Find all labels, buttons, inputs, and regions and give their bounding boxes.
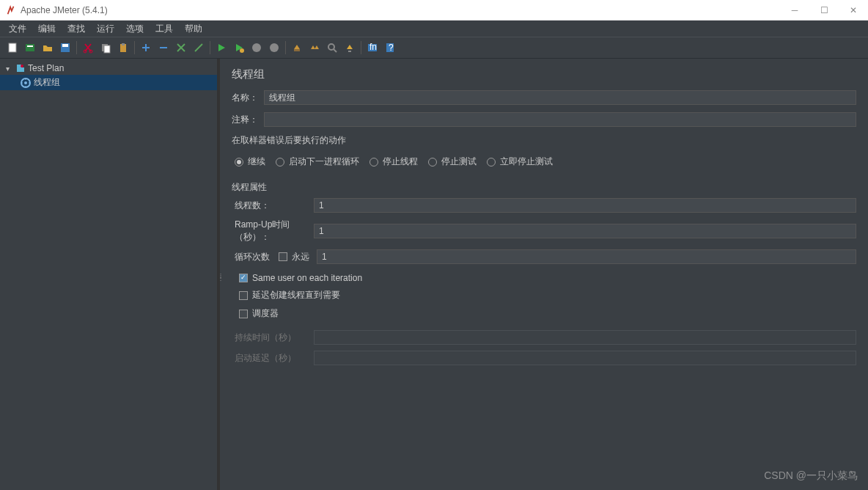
copy-icon[interactable]: [98, 40, 114, 56]
config-panel: 线程组 名称： 注释： 在取样器错误后要执行的动作 继续 启动下一进程循环 停止…: [220, 59, 868, 490]
tree-threadgroup[interactable]: 线程组: [0, 75, 217, 90]
help-icon[interactable]: ?: [382, 40, 398, 56]
clear-all-icon[interactable]: [306, 40, 323, 56]
error-stopthread[interactable]: 停止线程: [369, 156, 418, 168]
rampup-label: Ramp-Up时间（秒）：: [235, 219, 314, 244]
tree-root[interactable]: ▾ Test Plan: [0, 62, 217, 75]
svg-rect-4: [62, 44, 68, 47]
error-nextloop[interactable]: 启动下一进程循环: [276, 156, 359, 168]
clear-icon[interactable]: [289, 40, 305, 56]
svg-point-13: [270, 43, 279, 52]
comment-label: 注释：: [232, 114, 264, 126]
jmeter-icon: [6, 5, 16, 15]
tree-toggle-icon[interactable]: ▾: [6, 65, 15, 73]
delay-create-checkbox[interactable]: 延迟创建线程直到需要: [239, 289, 849, 301]
toolbar: fn ?: [0, 37, 868, 59]
svg-rect-2: [27, 45, 33, 47]
run-notimer-icon[interactable]: [231, 40, 247, 56]
svg-rect-8: [104, 45, 110, 53]
minus-icon[interactable]: [155, 40, 172, 56]
collapse-icon[interactable]: [191, 40, 207, 56]
menu-options[interactable]: 选项: [122, 21, 148, 37]
svg-point-15: [328, 44, 334, 50]
name-input[interactable]: [264, 90, 856, 105]
forever-checkbox[interactable]: 永远: [279, 251, 309, 263]
svg-point-11: [240, 48, 244, 53]
menu-edit[interactable]: 编辑: [34, 21, 60, 37]
threads-input[interactable]: [314, 198, 856, 213]
svg-text:fn: fn: [369, 42, 377, 52]
same-user-checkbox[interactable]: Same user on each iteration: [239, 273, 849, 283]
duration-input: [314, 330, 856, 345]
watermark: CSDN @一只小菜鸟: [764, 469, 858, 483]
error-stoptest[interactable]: 停止测试: [428, 156, 477, 168]
loop-label: 循环次数: [235, 251, 279, 263]
function-helper-icon[interactable]: fn: [364, 40, 380, 56]
svg-rect-14: [294, 49, 300, 51]
app-title: Apache JMeter (5.4.1): [21, 5, 108, 15]
svg-point-12: [252, 43, 261, 52]
tree-root-label: Test Plan: [28, 63, 64, 73]
minimize-button[interactable]: ─: [780, 0, 809, 21]
name-label: 名称：: [232, 92, 264, 104]
menu-run[interactable]: 运行: [92, 21, 119, 37]
svg-text:?: ?: [389, 43, 394, 53]
menubar: 文件 编辑 查找 运行 选项 工具 帮助: [0, 21, 868, 37]
startup-delay-label: 启动延迟（秒）: [235, 352, 314, 365]
shutdown-icon[interactable]: [266, 40, 282, 56]
comment-input[interactable]: [264, 112, 856, 127]
panel-title: 线程组: [232, 67, 856, 81]
search-icon[interactable]: [324, 40, 340, 56]
titlebar: Apache JMeter (5.4.1) ─ ☐ ✕: [0, 0, 868, 21]
error-continue[interactable]: 继续: [235, 156, 265, 168]
paste-icon[interactable]: [115, 40, 131, 56]
svg-point-22: [24, 81, 27, 84]
cut-icon[interactable]: [80, 40, 96, 56]
maximize-button[interactable]: ☐: [809, 0, 839, 21]
svg-rect-10: [122, 43, 125, 45]
stop-icon[interactable]: [249, 40, 265, 56]
open-icon[interactable]: [40, 40, 56, 56]
template-icon[interactable]: [22, 40, 38, 56]
tree-panel: ▾ Test Plan 线程组: [0, 59, 217, 490]
close-button[interactable]: ✕: [839, 0, 868, 21]
tree-child-label: 线程组: [34, 76, 60, 89]
error-section-title: 在取样器错误后要执行的动作: [232, 134, 856, 147]
error-stoptest-now[interactable]: 立即停止测试: [487, 156, 553, 168]
thread-props-title: 线程属性: [232, 181, 856, 194]
reset-search-icon[interactable]: [342, 40, 358, 56]
svg-point-20: [21, 65, 23, 67]
menu-tools[interactable]: 工具: [151, 21, 177, 37]
loop-input[interactable]: [317, 249, 856, 264]
run-icon[interactable]: [213, 40, 229, 56]
rampup-input[interactable]: [314, 224, 856, 238]
splitter[interactable]: ⋮⋮: [217, 59, 220, 490]
menu-search[interactable]: 查找: [63, 21, 89, 37]
startup-delay-input: [314, 351, 856, 365]
threads-label: 线程数：: [235, 200, 314, 212]
error-action-group: 继续 启动下一进程循环 停止线程 停止测试 立即停止测试: [232, 151, 856, 172]
svg-rect-0: [9, 43, 16, 52]
save-icon[interactable]: [57, 40, 73, 56]
menu-help[interactable]: 帮助: [180, 21, 207, 37]
scheduler-checkbox[interactable]: 调度器: [239, 307, 849, 320]
menu-file[interactable]: 文件: [4, 21, 31, 37]
add-icon[interactable]: [138, 40, 154, 56]
expand-icon[interactable]: [173, 40, 189, 56]
workarea: ▾ Test Plan 线程组 ⋮⋮ 线程组 名称： 注释： 在取样器错误后要执…: [0, 59, 868, 490]
duration-label: 持续时间（秒）: [235, 332, 314, 344]
new-icon[interactable]: [4, 40, 21, 56]
testplan-icon: [15, 63, 25, 73]
svg-rect-1: [26, 44, 34, 51]
threadgroup-icon: [21, 78, 31, 88]
